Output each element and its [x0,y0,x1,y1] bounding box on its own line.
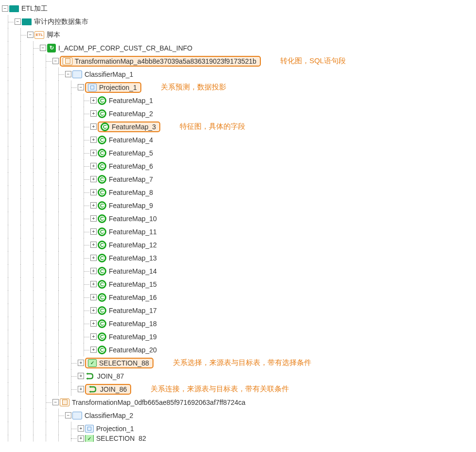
node-label: FeatureMap_1 [107,96,154,105]
tree-toggle[interactable]: + [90,176,97,182]
tree-toggle[interactable]: + [90,123,97,130]
tree-node-cut[interactable]: +SELECTION_82 [2,435,474,442]
tree-toggle[interactable]: − [27,32,34,38]
tree-toggle[interactable]: + [78,360,84,366]
feature-map-icon [98,280,106,289]
tree-node-feature[interactable]: +FeatureMap_16 [2,291,474,304]
highlighted-node: TransformationMap_a4bb8e37039a5a83631902… [60,56,261,67]
node-label: FeatureMap_3 [110,122,157,131]
tree-toggle[interactable]: + [78,386,84,392]
tree-node-feature[interactable]: +FeatureMap_7 [2,173,474,186]
tree-toggle[interactable]: + [90,347,97,353]
tree-toggle[interactable]: − [2,5,8,12]
tree-toggle[interactable]: + [90,320,97,327]
node-label: FeatureMap_8 [107,188,154,197]
tree-toggle[interactable]: + [78,435,84,442]
projection-icon [88,84,97,91]
tree-toggle[interactable]: + [90,307,97,313]
tree-node[interactable]: −TransformationMap_0dfb665ae85f971692063… [2,396,474,409]
tree-node-feature[interactable]: +FeatureMap_1 [2,94,474,107]
tree-node-feature[interactable]: +FeatureMap_18 [2,317,474,330]
tree-toggle[interactable]: + [90,150,97,156]
tree-toggle[interactable]: − [65,412,71,418]
tree-toggle[interactable]: + [90,215,97,222]
tree-node[interactable]: +JOIN_87 [2,369,474,382]
tree-toggle[interactable]: + [90,268,97,274]
tree-toggle[interactable]: + [78,373,84,379]
tree-toggle[interactable]: + [90,110,97,117]
feature-map-icon [98,214,106,223]
tree-toggle[interactable]: + [90,163,97,169]
tree-node-feature[interactable]: +FeatureMap_5 [2,146,474,159]
node-label: FeatureMap_4 [107,136,154,144]
tree-toggle[interactable]: + [90,333,97,340]
tree-node-feature[interactable]: +FeatureMap_13 [2,251,474,264]
tree-toggle[interactable]: + [90,97,97,104]
feature-map-icon [98,136,106,144]
tree-toggle[interactable]: + [78,425,84,432]
tree-node[interactable]: −ClassifierMap_2 [2,409,474,422]
tree-toggle[interactable]: + [90,255,97,261]
tree-view[interactable]: −ETL加工−审计内控数据集市−ETL脚本−I_ACDM_PF_CORP_CUS… [2,2,474,442]
node-label: I_ACDM_PF_CORP_CUST_CR_BAL_INFO [57,44,194,52]
annotation-label: 关系连接，来源表与目标表，带有关联条件 [151,384,289,394]
tree-toggle[interactable]: + [90,294,97,300]
tree-node-feature[interactable]: +FeatureMap_10 [2,212,474,225]
tree-node-feature[interactable]: +FeatureMap_8 [2,186,474,199]
tree-toggle[interactable]: − [15,18,21,25]
tree-toggle[interactable]: + [90,242,97,248]
node-label: TransformationMap_a4bb8e37039a5a83631902… [73,57,258,66]
tree-toggle[interactable]: + [90,202,97,209]
feature-map-icon [98,306,106,315]
tree-node[interactable]: −ClassifierMap_1 [2,68,474,81]
tree-node-feature[interactable]: +FeatureMap_20 [2,343,474,356]
node-label: Projection_1 [95,424,136,433]
tree-toggle[interactable]: − [52,399,59,405]
tree-node-root[interactable]: −ETL加工 [2,2,474,15]
tree-toggle[interactable]: + [90,189,97,195]
tree-toggle[interactable]: − [78,84,84,90]
node-label: JOIN_87 [96,372,125,381]
node-label: FeatureMap_16 [107,293,158,302]
tree-toggle[interactable]: + [90,228,97,235]
tree-node[interactable]: −ETL脚本 [2,28,474,41]
node-label: FeatureMap_14 [107,267,158,276]
tree-toggle[interactable]: + [90,281,97,287]
tree-node-feature[interactable]: +FeatureMap_2 [2,107,474,120]
annotation-label: 转化图，SQL语句段 [280,56,346,66]
tree-node-feature[interactable]: +FeatureMap_15 [2,278,474,291]
feature-map-icon [98,332,106,341]
classifier-icon [72,70,82,78]
tree-toggle[interactable]: − [40,45,46,51]
tree-toggle[interactable]: − [52,58,59,64]
projection-icon [85,425,94,433]
classifier-icon [72,412,82,419]
tree-node-feature[interactable]: +FeatureMap_11 [2,225,474,238]
tree-node[interactable]: +JOIN_86关系连接，来源表与目标表，带有关联条件 [2,382,474,396]
tree-node[interactable]: −I_ACDM_PF_CORP_CUST_CR_BAL_INFO [2,41,474,54]
tree-node-feature[interactable]: +FeatureMap_12 [2,238,474,251]
node-label: SELECTION_88 [98,359,151,367]
tree-node-feature[interactable]: +FeatureMap_17 [2,304,474,317]
feature-map-icon [98,227,106,236]
node-label: ETL加工 [20,4,49,14]
tree-node-feature[interactable]: +FeatureMap_19 [2,330,474,343]
tree-node[interactable]: −TransformationMap_a4bb8e37039a5a8363190… [2,54,474,68]
highlighted-node: FeatureMap_3 [98,122,160,132]
annotation-label: 关系选择，来源表与目标表，带有选择条件 [173,358,311,367]
feature-map-icon [98,319,106,328]
tree-node[interactable]: −Projection_1关系预测，数据投影 [2,81,474,94]
tree-node[interactable]: +SELECTION_88关系选择，来源表与目标表，带有选择条件 [2,356,474,369]
highlighted-node: JOIN_86 [85,384,131,395]
tree-node[interactable]: −审计内控数据集市 [2,15,474,28]
tree-node-feature[interactable]: +FeatureMap_4 [2,133,474,146]
tree-node-feature[interactable]: +FeatureMap_9 [2,199,474,212]
tree-node-feature[interactable]: +FeatureMap_6 [2,159,474,173]
tree-node-feature[interactable]: +FeatureMap_14 [2,264,474,278]
tree-toggle[interactable]: + [90,137,97,143]
node-label: FeatureMap_9 [107,201,154,210]
tree-node[interactable]: +Projection_1 [2,422,474,435]
tree-toggle[interactable]: − [65,71,71,77]
svg-marker-0 [86,373,88,375]
tree-node-feature[interactable]: +FeatureMap_3特征图，具体的字段 [2,120,474,133]
